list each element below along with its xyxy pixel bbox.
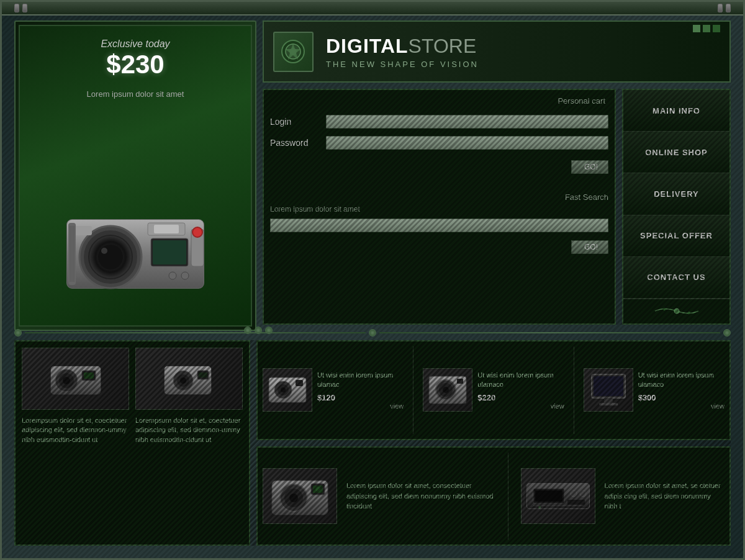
- fast-search-label: Fast Search: [270, 192, 608, 202]
- logo-name: DIGITALSTORE: [326, 35, 693, 58]
- svg-point-37: [180, 377, 186, 384]
- pin-1: [14, 4, 19, 12]
- product-img-3: [584, 368, 633, 412]
- product-desc-1: Lorempsum dolor sit et, coectetuer adipi…: [22, 416, 129, 445]
- password-field: Password: [270, 136, 608, 150]
- top-bar-pins-left: [14, 4, 27, 12]
- exclusive-price: $230: [26, 50, 245, 79]
- nav-main-info[interactable]: MAIN INFO: [623, 90, 729, 132]
- svg-point-5: [98, 245, 123, 269]
- bottom-left-panel: Lorempsum dolor sit et, coectetuer adipi…: [14, 340, 250, 546]
- products-row-1: Ut wisi enim lorem ipsum ulamac $120 vie…: [256, 340, 731, 440]
- svg-point-24: [663, 308, 666, 310]
- featured-inner: Exclusive today $230 Lorem ipsum dolor s…: [19, 25, 252, 327]
- product-price-2: $220: [477, 393, 564, 402]
- product-price-1: $120: [317, 393, 404, 402]
- logo-dot-3: [713, 25, 720, 32]
- personal-cart-panel: Personal cart Login Password GO! Fast Se…: [263, 89, 616, 325]
- top-bar: [2, 2, 743, 16]
- product-info-2: Ut wisi enim lorem ipsum ulamaco $220 vi…: [477, 371, 564, 410]
- svg-rect-49: [457, 379, 463, 384]
- product-info-1: Ut wisi enim lorem ipsum ulamac $120 vie…: [317, 371, 404, 410]
- svg-point-23: [674, 309, 679, 314]
- logo-icon: [273, 32, 314, 72]
- svg-point-6: [101, 248, 107, 254]
- nav-decorative: [623, 299, 729, 323]
- product-price-3: $300: [638, 393, 725, 402]
- product-divider-2: [574, 346, 574, 434]
- exclusive-desc: Lorem ipsum dolor sit amet: [20, 86, 251, 103]
- bottom-right-panel: Ut wisi enim lorem ipsum ulamac $120 vie…: [256, 340, 731, 546]
- svg-point-13: [169, 272, 176, 279]
- svg-rect-12: [153, 240, 186, 264]
- middle-section: Personal cart Login Password GO! Fast Se…: [263, 89, 731, 325]
- svg-point-60: [315, 487, 320, 492]
- login-field: Login: [270, 115, 608, 129]
- connector-3: [265, 327, 273, 334]
- product-col-2: Lorempsum dolor sit et, coectetuer adipi…: [135, 348, 243, 538]
- sep-dot-3: [723, 329, 731, 336]
- svg-rect-64: [535, 490, 562, 502]
- svg-point-57: [289, 494, 298, 502]
- product-img-1: [263, 368, 312, 412]
- connector-row: [244, 327, 273, 334]
- nav-contact-us[interactable]: CONTACT US: [623, 257, 729, 299]
- svg-rect-10: [73, 226, 92, 235]
- product-item-3: Ut wisi enim lorem ipsum ulamaco $300 vi…: [584, 368, 725, 412]
- main-container: Exclusive today $230 Lorem ipsum dolor s…: [0, 0, 745, 560]
- logo-dot-2: [703, 25, 710, 32]
- svg-rect-53: [599, 403, 618, 405]
- product-name-3: Ut wisi enim lorem ipsum ulamaco: [638, 371, 725, 390]
- pin-3: [718, 4, 723, 12]
- featured-panel: Exclusive today $230 Lorem ipsum dolor s…: [14, 20, 256, 331]
- cart-title: Personal cart: [270, 96, 608, 106]
- nav-online-shop[interactable]: ONLINE SHOP: [623, 132, 729, 173]
- product-view-3[interactable]: view: [638, 402, 725, 410]
- bottom-section: Lorempsum dolor sit et, coectetuer adipi…: [14, 340, 731, 546]
- product-divider-3: [508, 453, 508, 540]
- fast-search-desc: Lorem ipsum dolor sit amet: [270, 205, 608, 214]
- connector-1: [244, 327, 251, 334]
- svg-point-43: [281, 387, 286, 392]
- product-name-1: Ut wisi enim lorem ipsum ulamac: [317, 371, 404, 390]
- logo-dots: [693, 22, 720, 32]
- product-info-3: Ut wisi enim lorem ipsum ulamaco $300 vi…: [638, 371, 725, 410]
- cart-go-button[interactable]: GO!: [571, 160, 608, 174]
- logo-text: DIGITALSTORE THE NEW SHAPE OF VISION: [326, 35, 693, 69]
- product-view-1[interactable]: view: [317, 402, 404, 410]
- product-name-2: Ut wisi enim lorem ipsum ulamaco: [477, 371, 564, 390]
- product-col-1: Lorempsum dolor sit et, coectetuer adipi…: [22, 348, 129, 538]
- product-img-4: [263, 468, 337, 524]
- pin-4: [726, 4, 731, 12]
- sep-dot-1: [14, 329, 22, 336]
- svg-point-48: [443, 387, 449, 393]
- nav-panel: MAIN INFO ONLINE SHOP DELIVERY SPECIAL O…: [622, 89, 731, 325]
- password-input[interactable]: [326, 136, 608, 150]
- search-go-button[interactable]: GO!: [571, 240, 608, 254]
- featured-camera-image: [48, 183, 222, 307]
- products-row-2: Lorem ipsum dolor sit amet, consectetuer…: [256, 446, 731, 546]
- product-thumb-2: [135, 348, 243, 410]
- product-item-1: Ut wisi enim lorem ipsum ulamac $120 vie…: [263, 368, 404, 412]
- product-desc-4: Lorem ipsum dolor sit amet, se ctetuer a…: [605, 481, 725, 512]
- search-input[interactable]: [270, 219, 608, 232]
- svg-point-69: [538, 506, 541, 508]
- exclusive-label: Exclusive today: [26, 38, 245, 50]
- logo-tagline: THE NEW SHAPE OF VISION: [326, 60, 693, 69]
- logo-digital: DIGITAL: [326, 35, 409, 57]
- separator-row: [14, 328, 731, 337]
- product-view-2[interactable]: view: [477, 402, 564, 410]
- svg-rect-51: [594, 376, 623, 396]
- login-input[interactable]: [326, 115, 608, 129]
- product-img-2: [423, 368, 472, 412]
- svg-point-25: [688, 312, 690, 314]
- nav-delivery[interactable]: DELIVERY: [623, 173, 729, 215]
- nav-special-offer[interactable]: SPECIAL OFFER: [623, 215, 729, 257]
- svg-point-66: [580, 490, 586, 497]
- sep-line-2: [379, 332, 720, 333]
- product-desc-2: Lorempsum dolor sit et, coectetuer adipi…: [135, 416, 243, 445]
- product-divider-1: [413, 346, 413, 434]
- sep-dot-2: [369, 329, 376, 336]
- top-bar-pins-right: [718, 4, 731, 12]
- product-item-2: Ut wisi enim lorem ipsum ulamaco $220 vi…: [423, 368, 564, 412]
